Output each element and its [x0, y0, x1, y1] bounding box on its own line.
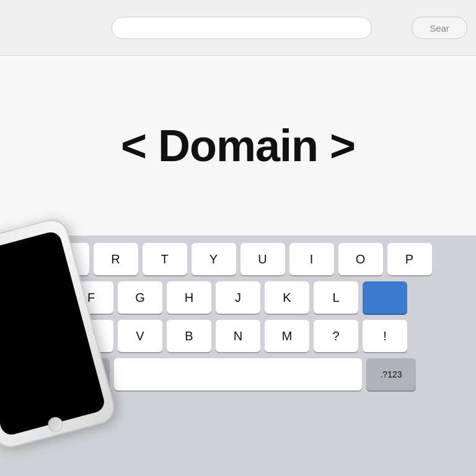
key-question[interactable]: ?	[314, 320, 358, 352]
search-button[interactable]: Sear	[412, 17, 467, 39]
key-u[interactable]: U	[240, 243, 285, 275]
key-v[interactable]: V	[118, 320, 162, 352]
numsym-right-label: .?123	[380, 369, 402, 379]
key-h[interactable]: H	[167, 281, 211, 314]
domain-title: < Domain >	[121, 120, 355, 171]
key-p[interactable]: P	[387, 243, 432, 275]
key-o[interactable]: O	[338, 243, 383, 275]
browser-bar: Sear	[0, 0, 476, 56]
key-y[interactable]: Y	[192, 243, 236, 275]
key-return[interactable]	[363, 281, 407, 314]
key-b[interactable]: B	[167, 320, 211, 352]
key-exclaim[interactable]: !	[363, 320, 407, 352]
scene: Sear < Domain > E R T Y U I O P F G H	[0, 0, 476, 476]
key-space[interactable]	[114, 358, 362, 390]
key-j[interactable]: J	[216, 281, 260, 314]
key-numsym-right[interactable]: .?123	[366, 358, 416, 390]
key-l[interactable]: L	[314, 281, 358, 314]
key-k[interactable]: K	[265, 281, 309, 314]
address-bar[interactable]	[112, 17, 372, 39]
key-r[interactable]: R	[94, 243, 138, 275]
search-button-label: Sear	[430, 23, 449, 33]
main-content: < Domain >	[0, 56, 476, 236]
key-g[interactable]: G	[118, 281, 162, 314]
key-m[interactable]: M	[265, 320, 309, 352]
key-n[interactable]: N	[216, 320, 260, 352]
key-i[interactable]: I	[289, 243, 334, 275]
key-t[interactable]: T	[143, 243, 187, 275]
